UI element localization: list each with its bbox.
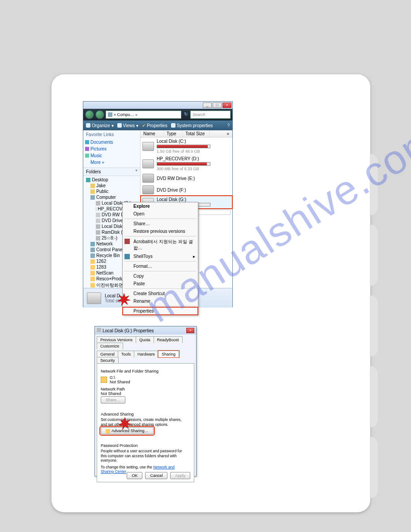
tree-public[interactable]: Public	[83, 189, 140, 194]
sharing-pane: Network File and Folder Sharing G:\ Not …	[97, 363, 194, 482]
tab-readyboost[interactable]: ReadyBoost	[154, 336, 183, 343]
svg-marker-0	[118, 293, 130, 306]
menu-separator	[124, 261, 196, 262]
menu-format[interactable]: Format…	[123, 262, 198, 270]
menu-explore[interactable]: Explore	[123, 202, 198, 210]
user-icon	[90, 184, 95, 188]
chevron-down-icon: ˅	[135, 169, 137, 174]
menu-rename[interactable]: Rename	[123, 297, 198, 305]
drive-c[interactable]: Local Disk (C:) 1.50 GB free of 48.9 GB	[141, 137, 232, 155]
dialog-buttons: OK Cancel Apply	[127, 472, 190, 479]
network-file-sharing-group: Network File and Folder Sharing G:\ Not …	[101, 366, 190, 406]
hdd-icon	[142, 159, 154, 168]
close-button[interactable]: ×	[223, 103, 231, 108]
maximize-button[interactable]: □	[213, 103, 222, 108]
col-type[interactable]: Type	[164, 130, 183, 137]
menu-share[interactable]: Share…	[123, 220, 198, 227]
computer-icon	[90, 195, 95, 200]
properties-button[interactable]: ✔Properties	[142, 123, 167, 128]
hdd-icon	[87, 292, 101, 304]
menu-restore[interactable]: Restore previous versions	[123, 227, 198, 235]
tab-row-2: General Tools Hardware Sharing Security	[95, 349, 196, 363]
shield-icon	[106, 429, 110, 433]
controlpanel-icon	[90, 248, 95, 252]
address-bar[interactable]: « Compu… ▸	[106, 111, 181, 119]
tab-general[interactable]: General	[97, 351, 118, 357]
tab-security[interactable]: Security	[97, 357, 119, 364]
public-icon	[90, 189, 95, 194]
favorites-header: Favorite Links	[83, 130, 140, 139]
svg-marker-1	[119, 417, 131, 430]
tab-quota[interactable]: Quota	[136, 336, 154, 343]
music-icon	[85, 154, 89, 158]
apply-button[interactable]: Apply	[170, 472, 190, 479]
menu-acrobat[interactable]: Acrobat에서 지원되는 파일 결합…	[123, 237, 198, 253]
col-total[interactable]: Total Size	[183, 130, 210, 137]
dvd-icon	[142, 185, 154, 194]
menu-separator	[124, 271, 196, 271]
content-card: manualshive.com _ □ × « Compu… ▸ ↻ Searc…	[51, 74, 370, 512]
menu-paste[interactable]: Paste	[123, 280, 198, 287]
drive-d[interactable]: HP_RECOVERY (D:) 300 MB free of 5.33 GB	[141, 155, 232, 172]
drive-name: Local Disk (G:)	[157, 197, 231, 202]
tab-hardware[interactable]: Hardware	[134, 351, 158, 357]
folder-icon	[90, 271, 95, 275]
share-path: G:\	[110, 375, 130, 380]
usage-text: 1.50 GB free of 48.9 GB	[157, 149, 231, 154]
system-properties-button[interactable]: System properties	[171, 123, 213, 128]
share-status: Not Shared	[110, 380, 130, 384]
tab-previous-versions[interactable]: Previous Versions	[97, 336, 136, 343]
help-button[interactable]: ?	[227, 123, 230, 128]
favorite-music[interactable]: Music	[83, 152, 140, 159]
nav-bar: « Compu… ▸ ↻ Search	[83, 109, 232, 120]
breadcrumb-sep: ▸	[136, 112, 138, 117]
minimize-button[interactable]: _	[203, 103, 212, 108]
views-icon	[117, 123, 122, 128]
cancel-button[interactable]: Cancel	[145, 472, 167, 479]
pictures-icon	[85, 147, 89, 151]
tab-customize[interactable]: Customize	[97, 343, 123, 349]
menu-copy[interactable]: Copy	[123, 272, 198, 280]
menu-shortcut[interactable]: Create Shortcut	[123, 290, 198, 297]
ok-button[interactable]: OK	[127, 472, 142, 479]
folders-header[interactable]: Folders˅	[83, 167, 140, 176]
tab-sharing-active[interactable]: Sharing	[158, 351, 179, 357]
menu-properties-highlighted[interactable]: Properties	[123, 307, 198, 315]
drive-f[interactable]: DVD Drive (F:)	[141, 184, 232, 196]
tree-desktop[interactable]: Desktop	[83, 177, 140, 183]
hdd-icon	[142, 142, 154, 151]
dialog-title: Local Disk (G:) Properties	[103, 328, 154, 333]
disk-icon	[97, 328, 101, 332]
views-menu[interactable]: Views ▾	[117, 123, 139, 128]
close-button[interactable]: ×	[186, 328, 194, 333]
back-button[interactable]	[85, 110, 94, 119]
tree-computer[interactable]: Computer	[83, 194, 140, 200]
search-input[interactable]: Search	[190, 111, 231, 119]
menu-open[interactable]: Open	[123, 210, 198, 218]
network-path-label: Network Path	[101, 387, 188, 391]
breadcrumb-item[interactable]: « Compu…	[114, 112, 134, 117]
callout-burst-icon	[118, 293, 130, 306]
favorite-documents[interactable]: Documents	[83, 139, 140, 146]
refresh-button[interactable]: ↻	[183, 112, 189, 118]
side-divider-tab	[370, 437, 378, 498]
col-name[interactable]: Name	[141, 130, 164, 137]
callout-burst-icon	[119, 417, 131, 430]
drive-e[interactable]: DVD RW Drive (E:)	[141, 172, 232, 184]
folder-icon	[90, 277, 95, 281]
tab-row-1: Previous Versions Quota ReadyBoost Custo…	[95, 335, 196, 349]
menu-separator	[124, 288, 196, 289]
usage-bar	[157, 145, 210, 148]
share-button[interactable]: Share…	[101, 396, 125, 403]
favorite-pictures[interactable]: Pictures	[83, 146, 140, 152]
col-more[interactable]: »	[210, 130, 232, 137]
organize-menu[interactable]: Organize ▾	[86, 123, 114, 128]
column-headers: Name Type Total Size »	[141, 130, 232, 137]
tree-jake[interactable]: Jake	[83, 183, 140, 189]
tab-tools[interactable]: Tools	[118, 351, 134, 357]
recyclebin-icon	[90, 253, 95, 258]
forward-button[interactable]	[95, 110, 104, 119]
favorite-more[interactable]: More »	[83, 159, 140, 166]
menu-shelltoys[interactable]: ShellToys▸	[123, 253, 198, 260]
pp-desc: People without a user account and passwo…	[101, 449, 188, 463]
